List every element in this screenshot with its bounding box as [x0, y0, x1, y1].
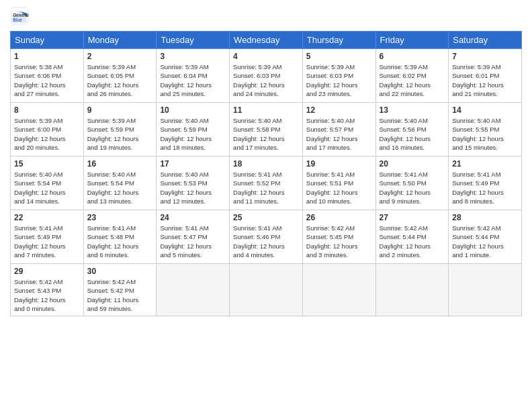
- calendar-day-cell: 17Sunrise: 5:40 AM Sunset: 5:53 PM Dayli…: [157, 156, 230, 210]
- day-number: 12: [306, 105, 372, 115]
- day-info: Sunrise: 5:41 AM Sunset: 5:50 PM Dayligh…: [380, 170, 445, 205]
- day-info: Sunrise: 5:41 AM Sunset: 5:49 PM Dayligh…: [452, 170, 518, 205]
- calendar-day-cell: 6Sunrise: 5:39 AM Sunset: 6:02 PM Daylig…: [375, 49, 449, 103]
- day-info: Sunrise: 5:40 AM Sunset: 5:57 PM Dayligh…: [306, 116, 372, 152]
- calendar-day-cell: 4Sunrise: 5:39 AM Sunset: 6:03 PM Daylig…: [230, 49, 303, 103]
- day-info: Sunrise: 5:41 AM Sunset: 5:49 PM Dayligh…: [14, 224, 80, 259]
- day-info: Sunrise: 5:39 AM Sunset: 6:02 PM Dayligh…: [380, 62, 445, 98]
- day-number: 30: [87, 267, 153, 276]
- calendar-day-cell: [230, 264, 303, 316]
- calendar-day-cell: 14Sunrise: 5:40 AM Sunset: 5:55 PM Dayli…: [449, 103, 522, 156]
- calendar-day-cell: 12Sunrise: 5:40 AM Sunset: 5:57 PM Dayli…: [302, 103, 375, 156]
- day-info: Sunrise: 5:40 AM Sunset: 5:54 PM Dayligh…: [87, 170, 153, 205]
- svg-text:General: General: [13, 13, 29, 17]
- calendar-day-cell: 11Sunrise: 5:40 AM Sunset: 5:58 PM Dayli…: [230, 103, 303, 156]
- day-number: 21: [452, 159, 518, 169]
- day-info: Sunrise: 5:41 AM Sunset: 5:52 PM Dayligh…: [233, 170, 299, 205]
- day-info: Sunrise: 5:39 AM Sunset: 6:05 PM Dayligh…: [87, 62, 153, 98]
- calendar-week-row: 29Sunrise: 5:42 AM Sunset: 5:43 PM Dayli…: [11, 264, 522, 316]
- calendar-day-cell: 7Sunrise: 5:39 AM Sunset: 6:01 PM Daylig…: [449, 49, 522, 103]
- day-info: Sunrise: 5:40 AM Sunset: 5:58 PM Dayligh…: [233, 116, 299, 152]
- day-info: Sunrise: 5:41 AM Sunset: 5:48 PM Dayligh…: [87, 224, 153, 259]
- day-info: Sunrise: 5:42 AM Sunset: 5:42 PM Dayligh…: [87, 277, 153, 313]
- day-info: Sunrise: 5:39 AM Sunset: 5:59 PM Dayligh…: [87, 116, 153, 152]
- calendar-day-cell: 25Sunrise: 5:41 AM Sunset: 5:46 PM Dayli…: [230, 210, 303, 264]
- calendar-week-row: 1Sunrise: 5:38 AM Sunset: 6:06 PM Daylig…: [11, 49, 522, 103]
- day-info: Sunrise: 5:38 AM Sunset: 6:06 PM Dayligh…: [14, 62, 80, 98]
- day-info: Sunrise: 5:39 AM Sunset: 6:04 PM Dayligh…: [160, 62, 226, 98]
- calendar-day-cell: 2Sunrise: 5:39 AM Sunset: 6:05 PM Daylig…: [83, 49, 157, 103]
- day-number: 6: [380, 52, 445, 61]
- calendar-day-cell: 30Sunrise: 5:42 AM Sunset: 5:42 PM Dayli…: [83, 264, 157, 316]
- header: General Blue: [10, 7, 522, 26]
- calendar-header-monday: Monday: [83, 32, 157, 49]
- calendar-day-cell: 28Sunrise: 5:42 AM Sunset: 5:44 PM Dayli…: [449, 210, 522, 264]
- day-info: Sunrise: 5:41 AM Sunset: 5:51 PM Dayligh…: [306, 170, 372, 205]
- day-number: 18: [233, 159, 299, 169]
- day-info: Sunrise: 5:40 AM Sunset: 5:53 PM Dayligh…: [160, 170, 226, 205]
- calendar-day-cell: 18Sunrise: 5:41 AM Sunset: 5:52 PM Dayli…: [230, 156, 303, 210]
- day-number: 9: [87, 105, 153, 115]
- calendar-day-cell: 9Sunrise: 5:39 AM Sunset: 5:59 PM Daylig…: [83, 103, 157, 156]
- day-number: 4: [233, 52, 299, 61]
- calendar-day-cell: 22Sunrise: 5:41 AM Sunset: 5:49 PM Dayli…: [11, 210, 84, 264]
- day-info: Sunrise: 5:42 AM Sunset: 5:43 PM Dayligh…: [14, 277, 80, 313]
- calendar-day-cell: 19Sunrise: 5:41 AM Sunset: 5:51 PM Dayli…: [302, 156, 375, 210]
- calendar-header-tuesday: Tuesday: [157, 32, 230, 49]
- day-info: Sunrise: 5:42 AM Sunset: 5:44 PM Dayligh…: [452, 224, 518, 259]
- day-number: 19: [306, 159, 372, 169]
- day-info: Sunrise: 5:39 AM Sunset: 6:03 PM Dayligh…: [306, 62, 372, 98]
- calendar-day-cell: [449, 264, 522, 316]
- day-number: 17: [160, 159, 226, 169]
- svg-text:Blue: Blue: [13, 17, 22, 22]
- day-number: 2: [87, 52, 153, 61]
- calendar-day-cell: 3Sunrise: 5:39 AM Sunset: 6:04 PM Daylig…: [157, 49, 230, 103]
- day-number: 5: [306, 52, 372, 61]
- calendar-day-cell: 21Sunrise: 5:41 AM Sunset: 5:49 PM Dayli…: [449, 156, 522, 210]
- logo-icon: General Blue: [10, 7, 29, 26]
- calendar-table: SundayMondayTuesdayWednesdayThursdayFrid…: [10, 31, 522, 316]
- day-info: Sunrise: 5:41 AM Sunset: 5:46 PM Dayligh…: [233, 224, 299, 259]
- calendar-day-cell: 1Sunrise: 5:38 AM Sunset: 6:06 PM Daylig…: [11, 49, 84, 103]
- day-number: 10: [160, 105, 226, 115]
- day-number: 23: [87, 213, 153, 222]
- day-info: Sunrise: 5:40 AM Sunset: 5:55 PM Dayligh…: [452, 116, 518, 152]
- day-number: 13: [380, 105, 445, 115]
- calendar-day-cell: 15Sunrise: 5:40 AM Sunset: 5:54 PM Dayli…: [11, 156, 84, 210]
- calendar-day-cell: [375, 264, 449, 316]
- calendar-day-cell: 27Sunrise: 5:42 AM Sunset: 5:44 PM Dayli…: [375, 210, 449, 264]
- day-number: 11: [233, 105, 299, 115]
- calendar-day-cell: 26Sunrise: 5:42 AM Sunset: 5:45 PM Dayli…: [302, 210, 375, 264]
- day-info: Sunrise: 5:40 AM Sunset: 5:54 PM Dayligh…: [14, 170, 80, 205]
- day-number: 29: [14, 267, 80, 276]
- calendar-day-cell: 29Sunrise: 5:42 AM Sunset: 5:43 PM Dayli…: [11, 264, 84, 316]
- calendar-day-cell: 13Sunrise: 5:40 AM Sunset: 5:56 PM Dayli…: [375, 103, 449, 156]
- day-number: 16: [87, 159, 153, 169]
- calendar-header-saturday: Saturday: [449, 32, 522, 49]
- day-number: 22: [14, 213, 80, 222]
- calendar-header-thursday: Thursday: [302, 32, 375, 49]
- day-number: 24: [160, 213, 226, 222]
- day-number: 20: [380, 159, 445, 169]
- day-number: 15: [14, 159, 80, 169]
- calendar-header-friday: Friday: [375, 32, 449, 49]
- day-number: 8: [14, 105, 80, 115]
- day-info: Sunrise: 5:40 AM Sunset: 5:59 PM Dayligh…: [160, 116, 226, 152]
- page: General Blue SundayMondayTuesdayWednesda…: [0, 0, 532, 411]
- day-number: 7: [452, 52, 518, 61]
- calendar-day-cell: 8Sunrise: 5:39 AM Sunset: 6:00 PM Daylig…: [11, 103, 84, 156]
- day-number: 1: [14, 52, 80, 61]
- calendar-week-row: 15Sunrise: 5:40 AM Sunset: 5:54 PM Dayli…: [11, 156, 522, 210]
- calendar-header-wednesday: Wednesday: [230, 32, 303, 49]
- calendar-week-row: 22Sunrise: 5:41 AM Sunset: 5:49 PM Dayli…: [11, 210, 522, 264]
- day-info: Sunrise: 5:40 AM Sunset: 5:56 PM Dayligh…: [380, 116, 445, 152]
- calendar-day-cell: 5Sunrise: 5:39 AM Sunset: 6:03 PM Daylig…: [302, 49, 375, 103]
- day-info: Sunrise: 5:39 AM Sunset: 6:01 PM Dayligh…: [452, 62, 518, 98]
- calendar-day-cell: 20Sunrise: 5:41 AM Sunset: 5:50 PM Dayli…: [375, 156, 449, 210]
- calendar-week-row: 8Sunrise: 5:39 AM Sunset: 6:00 PM Daylig…: [11, 103, 522, 156]
- calendar-day-cell: 16Sunrise: 5:40 AM Sunset: 5:54 PM Dayli…: [83, 156, 157, 210]
- day-number: 3: [160, 52, 226, 61]
- day-number: 27: [380, 213, 445, 222]
- day-number: 26: [306, 213, 372, 222]
- day-info: Sunrise: 5:42 AM Sunset: 5:45 PM Dayligh…: [306, 224, 372, 259]
